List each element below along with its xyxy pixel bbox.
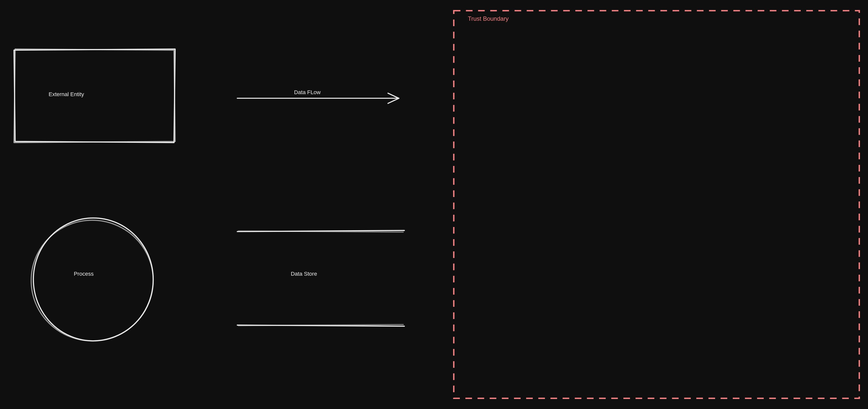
process-label: Process — [74, 271, 93, 277]
external-entity-shape — [11, 46, 178, 146]
data-store-shape — [236, 228, 405, 328]
diagram-canvas: External Entity Data FLow Process Data S… — [0, 0, 868, 409]
external-entity-label: External Entity — [49, 91, 84, 98]
data-store-label: Data Store — [291, 271, 317, 277]
data-flow-label: Data FLow — [292, 89, 322, 96]
svg-rect-2 — [454, 11, 860, 399]
process-shape — [30, 214, 157, 345]
trust-boundary-shape — [452, 9, 861, 400]
trust-boundary-label: Trust Boundary — [468, 15, 508, 22]
